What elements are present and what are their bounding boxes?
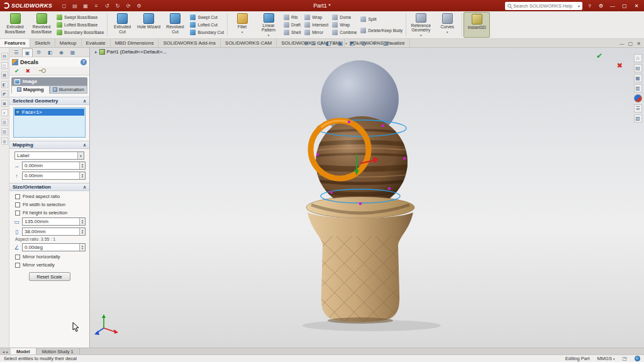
- appearances-icon[interactable]: ◐: [373, 41, 376, 47]
- spinner-arrows[interactable]: [79, 172, 85, 179]
- propertymanager-tab-icon[interactable]: ▣: [22, 48, 33, 57]
- model-canvas[interactable]: [90, 48, 644, 348]
- left-toolbar-icon[interactable]: ▦: [1, 72, 8, 79]
- curves-button[interactable]: Curves: [434, 12, 460, 38]
- save-icon[interactable]: ▦: [81, 2, 90, 10]
- left-toolbar-icon[interactable]: ▥: [1, 119, 8, 126]
- spinner-arrows[interactable]: [79, 218, 85, 225]
- new-document-icon[interactable]: ◻: [60, 2, 69, 10]
- extruded-boss-base-button[interactable]: Extruded Boss/Base: [2, 12, 28, 38]
- help-icon[interactable]: ?: [586, 3, 594, 9]
- forum-icon[interactable]: ▧: [634, 114, 642, 123]
- dropdown-arrow-icon[interactable]: ▾: [357, 41, 359, 45]
- tab-motion-study-1[interactable]: Motion Study 1: [36, 348, 80, 354]
- tab-features[interactable]: Features: [0, 39, 30, 47]
- intersect-button[interactable]: Intersect: [304, 21, 328, 28]
- fixed-aspect-ratio-checkbox[interactable]: Fixed aspect ratio: [15, 194, 84, 199]
- dropdown-arrow-icon[interactable]: [447, 30, 448, 35]
- mirror-horizontally-checkbox[interactable]: Mirror horizontally: [15, 254, 84, 260]
- wrap-button[interactable]: Wrap: [332, 21, 357, 28]
- left-toolbar-icon[interactable]: ◐: [1, 109, 8, 116]
- settings-gear-icon[interactable]: ⚙: [597, 3, 605, 9]
- scene-icon[interactable]: ▤: [383, 41, 389, 47]
- dropdown-arrow-icon[interactable]: ▾: [345, 41, 347, 45]
- lofted-boss-base-button[interactable]: Lofted Boss/Base: [57, 21, 104, 28]
- maximize-button[interactable]: ▢: [620, 3, 629, 9]
- view-orientation-icon[interactable]: ▣: [338, 41, 343, 47]
- left-toolbar-icon[interactable]: ◍: [1, 138, 8, 145]
- dropdown-arrow-icon[interactable]: [77, 152, 84, 159]
- collapse-chevron-icon[interactable]: [83, 143, 86, 148]
- units-selector[interactable]: MMGS: [597, 356, 615, 361]
- displaymanager-tab-icon[interactable]: ◉: [56, 48, 67, 57]
- help-search-box[interactable]: ▾: [505, 2, 582, 10]
- draft-button[interactable]: Draft: [284, 21, 301, 28]
- dropdown-arrow-icon[interactable]: ▾: [391, 41, 393, 45]
- rotation-field[interactable]: 0.00deg: [22, 243, 86, 251]
- collapse-chevron-icon[interactable]: [83, 99, 86, 104]
- options-icon[interactable]: ⚙: [135, 2, 143, 10]
- view-palette-icon[interactable]: ▥: [634, 84, 642, 92]
- spinner-arrows[interactable]: [79, 244, 85, 251]
- dome-button[interactable]: Dome: [332, 13, 357, 21]
- left-toolbar-icon[interactable]: ▧: [1, 128, 8, 135]
- revolved-cut-button[interactable]: Revolved Cut: [162, 12, 188, 38]
- dropdown-arrow-icon[interactable]: [268, 33, 270, 38]
- instant3d-button[interactable]: Instant3D: [464, 12, 490, 38]
- custom-properties-icon[interactable]: ☰: [634, 104, 642, 112]
- linear-pattern-button[interactable]: Linear Pattern: [255, 12, 282, 38]
- tab-solidworks-add-ins[interactable]: SOLIDWORKS Add-Ins: [158, 39, 221, 47]
- tab-image[interactable]: Image: [11, 77, 87, 85]
- file-explorer-icon[interactable]: ▦: [634, 74, 642, 82]
- ok-button[interactable]: [14, 68, 19, 74]
- resources-home-icon[interactable]: ⌂: [634, 54, 642, 62]
- tab-illumination[interactable]: Illumination: [50, 85, 88, 94]
- horizontal-offset-field[interactable]: 0.00mm: [22, 162, 86, 170]
- hide-show-items-icon[interactable]: ◍: [362, 41, 367, 47]
- keep-visible-pin-icon[interactable]: [42, 69, 46, 73]
- panel-help-icon[interactable]: [80, 59, 87, 65]
- hole-wizard-button[interactable]: Hole Wizard: [135, 12, 162, 38]
- left-toolbar-icon[interactable]: ▤: [1, 53, 8, 60]
- minimize-button[interactable]: —: [608, 3, 617, 9]
- fit-height-checkbox[interactable]: Fit height to selection: [15, 210, 84, 216]
- vertical-offset-field[interactable]: 0.00mm: [22, 172, 86, 180]
- mapping-section-header[interactable]: Mapping: [9, 141, 89, 149]
- wrap-button[interactable]: Wrap: [304, 13, 328, 21]
- doc-close-icon[interactable]: ✕: [636, 41, 641, 47]
- tab-evaluate[interactable]: Evaluate: [82, 39, 111, 47]
- left-toolbar-icon[interactable]: ▣: [1, 100, 8, 107]
- mapping-type-dropdown[interactable]: Label: [14, 151, 84, 160]
- collapse-chevron-icon[interactable]: [83, 185, 86, 190]
- pane-extra-tab-icon[interactable]: ▦: [67, 48, 78, 57]
- status-tag-icon[interactable]: ◳: [622, 356, 627, 361]
- delete-keep-body-button[interactable]: Delete/Keep Body: [360, 27, 402, 35]
- reference-geometry-button[interactable]: Reference Geometry: [408, 12, 434, 38]
- revolved-boss-base-button[interactable]: Revolved Boss/Base: [28, 12, 55, 38]
- scroll-right-icon[interactable]: ▸: [6, 349, 8, 354]
- tab-sketch[interactable]: Sketch: [30, 39, 55, 47]
- redo-icon[interactable]: ↻: [113, 2, 122, 10]
- confirm-cancel-icon[interactable]: [617, 62, 623, 70]
- split-button[interactable]: Split: [360, 15, 402, 23]
- scroll-left-icon[interactable]: ◂: [3, 349, 4, 354]
- zoom-area-icon[interactable]: ⊡: [311, 41, 316, 47]
- extruded-cut-button[interactable]: Extruded Cut: [109, 12, 135, 38]
- doc-minimize-icon[interactable]: —: [619, 41, 625, 47]
- swept-cut-button[interactable]: Swept Cut: [190, 13, 224, 21]
- tab-markup[interactable]: Markup: [55, 39, 82, 47]
- size-orientation-section-header[interactable]: Size/Orientation: [9, 183, 89, 191]
- dimxpertmanager-tab-icon[interactable]: ◧: [45, 48, 55, 57]
- fillet-button[interactable]: Fillet: [229, 12, 255, 38]
- appearances-scenes-icon[interactable]: [634, 94, 642, 102]
- rebuild-icon[interactable]: ⟳: [124, 2, 133, 10]
- spinner-arrows[interactable]: [79, 162, 85, 169]
- list-item[interactable]: Face<1>: [14, 109, 84, 116]
- tab-mapping[interactable]: Mapping: [11, 85, 50, 94]
- spinner-arrows[interactable]: [79, 228, 85, 235]
- previous-view-icon[interactable]: ↺: [318, 41, 323, 47]
- print-icon[interactable]: ≡: [92, 2, 101, 10]
- decal-width-field[interactable]: 135.00mm: [22, 217, 86, 226]
- tab-model[interactable]: Model: [11, 348, 36, 354]
- swept-boss-base-button[interactable]: Swept Boss/Base: [57, 13, 104, 21]
